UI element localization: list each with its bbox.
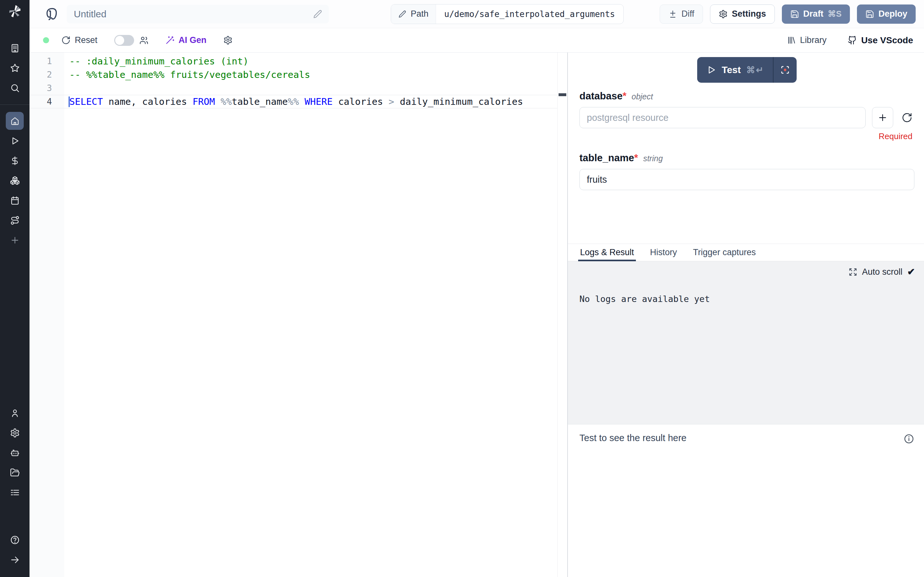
arg-table-name: table_name* string (580, 152, 914, 190)
users-icon (139, 35, 149, 45)
home-icon (10, 116, 20, 126)
sidebar-item-account[interactable] (6, 404, 24, 422)
path-value[interactable]: u/demo/safe_interpolated_arguments (436, 5, 624, 24)
route-icon (10, 215, 20, 226)
windmill-logo-icon[interactable] (7, 4, 23, 19)
diff-label: Diff (682, 9, 694, 19)
code-editor[interactable]: 1 -- :daily_minimum_calories (int) 2 -- … (29, 53, 567, 577)
empty-line (64, 82, 69, 95)
sidebar-item-help[interactable] (6, 531, 24, 549)
sql-text: table_name (232, 96, 288, 107)
robot-icon (10, 448, 20, 458)
reset-button[interactable]: Reset (59, 35, 99, 45)
sidebar-item-add[interactable] (6, 231, 24, 249)
sidebar-item-collapse[interactable] (6, 551, 24, 569)
library-button[interactable]: Library (785, 35, 829, 45)
sidebar-item-workers[interactable] (6, 444, 24, 462)
sidebar-item-variables[interactable] (6, 152, 24, 169)
path-control[interactable]: Path u/demo/safe_interpolated_arguments (391, 4, 624, 24)
line-number: 2 (29, 68, 64, 81)
magic-wand-icon (165, 35, 174, 45)
auto-scroll-label: Auto scroll (862, 267, 903, 277)
library-icon (787, 35, 796, 45)
gear-icon (223, 35, 233, 45)
test-row: Test ⌘↵ (580, 57, 914, 83)
sidebar-item-folders[interactable] (6, 464, 24, 482)
play-icon (706, 65, 716, 75)
code-line[interactable]: 3 (29, 81, 557, 95)
topbar: Path u/demo/safe_interpolated_arguments … (29, 0, 924, 28)
library-label: Library (800, 35, 827, 45)
path-label: Path (411, 9, 429, 19)
required-note: Required (580, 131, 914, 141)
test-button[interactable]: Test ⌘↵ (697, 57, 773, 83)
auto-scroll-row[interactable]: Auto scroll ✔ (580, 264, 915, 279)
check-icon[interactable]: ✔ (907, 266, 915, 277)
sql-text: calories (333, 96, 389, 107)
help-circle-icon (10, 535, 20, 545)
code-line[interactable]: 2 -- %%table_name%% fruits/vegetables/ce… (29, 68, 557, 81)
sidebar-item-favorites[interactable] (6, 59, 24, 77)
arg-type: string (643, 154, 663, 163)
arrow-right-icon (10, 555, 20, 565)
code-line[interactable]: 1 -- :daily_minimum_calories (int) (29, 55, 557, 68)
editor-settings-gear[interactable] (223, 35, 233, 45)
sql-operator: > (389, 96, 394, 107)
gear-icon (719, 10, 728, 19)
sidebar-item-runs[interactable] (6, 132, 24, 150)
expand-icon[interactable] (849, 268, 857, 276)
capture-test-button[interactable] (774, 57, 796, 83)
sidebar-item-home[interactable] (6, 112, 24, 130)
tab-trigger-captures[interactable]: Trigger captures (692, 244, 756, 261)
draft-label: Draft (803, 9, 824, 19)
sidebar-item-workspace[interactable] (6, 39, 24, 57)
table-name-input[interactable] (580, 169, 914, 190)
sql-text: name, calories (103, 96, 192, 107)
sql-keyword: SELECT (69, 96, 103, 107)
sql-operator: %% (288, 96, 299, 107)
result-tabs: Logs & Result History Trigger captures (568, 243, 924, 261)
tab-logs-result[interactable]: Logs & Result (580, 244, 635, 261)
app-root: Path u/demo/safe_interpolated_arguments … (0, 0, 924, 577)
refresh-icon (61, 35, 71, 45)
sql-statement: SELECT name, calories FROM %%table_name%… (64, 95, 523, 108)
sidebar-item-audit-logs[interactable] (6, 484, 24, 501)
line-number: 3 (29, 82, 64, 95)
sidebar-item-search[interactable] (6, 79, 24, 97)
sidebar-divider (0, 105, 29, 105)
logs-empty-message: No logs are available yet (580, 294, 915, 304)
save-icon (790, 10, 799, 19)
path-label-segment[interactable]: Path (391, 5, 436, 24)
draft-button[interactable]: Draft ⌘S (782, 5, 850, 24)
use-vscode-button[interactable]: Use VScode (846, 35, 915, 46)
logs-section: Auto scroll ✔ No logs are available yet (568, 261, 924, 424)
script-title-input[interactable] (73, 8, 313, 20)
refresh-icon (901, 112, 913, 123)
sidebar-item-resources[interactable] (6, 171, 24, 189)
refresh-resources-button[interactable] (900, 111, 914, 124)
sidebar-item-schedules[interactable] (6, 191, 24, 210)
database-input[interactable] (580, 107, 866, 128)
info-icon[interactable] (903, 434, 914, 444)
sidebar-item-triggers[interactable] (6, 211, 24, 229)
sql-text (215, 96, 220, 107)
result-section: Test to see the result here (568, 424, 924, 577)
postgresql-icon (44, 7, 59, 21)
deploy-button[interactable]: Deploy (857, 5, 916, 24)
edit-title-pencil-icon[interactable] (313, 9, 322, 19)
sidebar-item-settings[interactable] (6, 424, 24, 442)
result-empty-message: Test to see the result here (580, 433, 687, 443)
code-line-active[interactable]: 4 SELECT name, calories FROM %%table_nam… (29, 95, 557, 108)
settings-button[interactable]: Settings (710, 5, 775, 24)
diff-button[interactable]: Diff (660, 5, 703, 24)
ai-gen-button[interactable]: AI Gen (163, 35, 208, 45)
list-icon (10, 488, 20, 498)
tab-history[interactable]: History (649, 244, 678, 261)
sql-comment: -- %%table_name%% fruits/vegetables/cere… (69, 69, 310, 80)
line-number: 1 (29, 55, 64, 68)
arg-label-row: table_name* string (580, 152, 914, 164)
multiplayer-toggle[interactable] (114, 35, 134, 46)
add-resource-button[interactable] (872, 107, 893, 128)
sql-keyword: WHERE (304, 96, 333, 107)
arg-database: database* object (580, 90, 914, 141)
